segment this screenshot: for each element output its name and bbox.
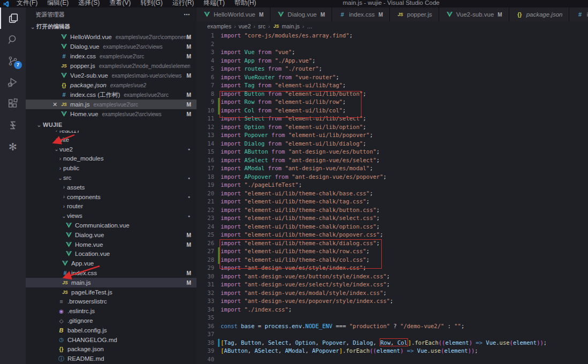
open-editor-item[interactable]: HelloWorld.vueexamples\vue2\src\componen… xyxy=(26,32,197,42)
item-name: src xyxy=(63,175,71,181)
code-text: [Tag, Button, Select, Option, Popover, D… xyxy=(218,339,547,347)
open-editor-item[interactable]: Dialog.vueexamples\vue2\src\viewsM xyxy=(26,42,197,51)
tree-file-item[interactable]: ◷CHANGELOG.md xyxy=(26,335,197,345)
breadcrumb-segment[interactable]: examples xyxy=(207,23,231,29)
code-line: 7import Tag from "element-ui/lib/tag"; xyxy=(197,81,588,90)
editor-tab[interactable]: {}package.json xyxy=(509,7,570,21)
line-number: 31 xyxy=(197,280,218,289)
extensions-icon[interactable] xyxy=(0,93,26,115)
more-actions-icon[interactable]: ⋯ xyxy=(184,11,190,18)
tree-file-item[interactable]: Home.vueM xyxy=(26,240,197,249)
chevron-down-icon: ⌄ xyxy=(29,24,36,31)
tree-file-item[interactable]: JSmain.jsM xyxy=(26,278,197,287)
code-text: import "element-ui/lib/theme-chalk/selec… xyxy=(218,214,380,223)
tree-file-item[interactable]: Dialog.vueM xyxy=(26,230,197,240)
tab-modified-badge: M xyxy=(379,12,383,18)
breadcrumb-segment[interactable]: vue2 xyxy=(238,23,251,29)
tree-folder-item[interactable]: ›react17 xyxy=(26,131,197,135)
tree-file-item[interactable]: #index.cssM xyxy=(26,268,197,278)
tree-file-item[interactable]: Bbabel.config.js xyxy=(26,325,197,335)
editor-tab[interactable]: JSpopper.js xyxy=(390,7,439,21)
tree-file-item[interactable]: App.vue xyxy=(26,259,197,268)
code-text: import Row from "element-ui/lib/row"; xyxy=(218,98,346,107)
tree-folder-item[interactable]: ›node_modules xyxy=(26,154,197,164)
code-text: import "ant-design-vue/es/popover/style/… xyxy=(218,297,393,306)
vue-file-icon xyxy=(65,240,73,248)
code-text: import Vue from "vue"; xyxy=(218,48,295,57)
code-line: 20import "element-ui/lib/theme-chalk/bas… xyxy=(197,189,588,198)
open-editor-item[interactable]: ✕JSmain.jsexamples\vue2\srcM xyxy=(26,100,197,109)
tree-folder-item[interactable]: ›assets xyxy=(26,183,197,192)
menu-item[interactable]: 运行(R) xyxy=(168,0,199,7)
tree-folder-item[interactable]: ⌄vue2● xyxy=(26,145,197,154)
modified-badge: M xyxy=(186,101,191,108)
tree-file-item[interactable]: {}package.json xyxy=(26,345,197,354)
open-editor-item[interactable]: Vue2-sub.vueexamples\main-vue\src\viewsM xyxy=(26,71,197,80)
tab-modified-badge: M xyxy=(497,12,502,18)
menu-item[interactable]: 文件(F) xyxy=(12,0,42,7)
tree-file-item[interactable]: ≡.browserslistrc xyxy=(26,297,197,307)
code-text: import AButton from "ant-design-vue/es/b… xyxy=(218,148,380,156)
breadcrumb-segment[interactable]: src xyxy=(258,23,266,29)
tree-folder-item[interactable]: ⌄src● xyxy=(26,173,197,183)
item-name: main.js xyxy=(71,279,91,286)
editor-tab[interactable]: HelloWorld.vueM xyxy=(197,7,270,21)
menu-item[interactable]: 编辑(E) xyxy=(42,0,73,7)
menu-item[interactable]: 选择(S) xyxy=(73,0,104,7)
close-icon[interactable]: ✕ xyxy=(52,101,57,108)
open-editors-header[interactable]: ⌄ 打开的编辑器 xyxy=(26,21,197,32)
breadcrumb-symbol[interactable]: … xyxy=(307,23,313,29)
vue-file-icon xyxy=(60,33,68,41)
source-control-icon[interactable]: 7 xyxy=(0,50,26,72)
open-editor-item[interactable]: #index.css (工作树)examples\vue2\srcM xyxy=(26,90,197,100)
code-text: import Dialog from "element-ui/lib/dialo… xyxy=(218,140,366,148)
s-brackets-extension-icon[interactable] xyxy=(0,115,26,136)
code-text: import routes from "./router"; xyxy=(218,65,322,73)
code-line: 26import "element-ui/lib/theme-chalk/dia… xyxy=(197,239,588,248)
explorer-icon[interactable] xyxy=(0,7,26,29)
json-file-icon: {} xyxy=(60,81,68,89)
search-icon[interactable] xyxy=(0,29,26,50)
open-editor-item[interactable]: {}package.jsonexamples\vue2 xyxy=(26,80,197,90)
open-editor-item[interactable]: JSpopper.jsexamples\vue2\node_modules\el… xyxy=(26,61,197,71)
editor-tab[interactable]: #index.cssM xyxy=(332,7,390,21)
window-title: main.js - wujie - Visual Studio Code xyxy=(343,0,440,7)
tree-file-item[interactable]: JSpageLifeTest.js xyxy=(26,287,197,297)
code-viewport[interactable]: 1import "core-js/modules/es.array.find";… xyxy=(197,31,588,364)
file-path: examples\vue2\src xyxy=(93,102,138,108)
menu-item[interactable]: 终端(T) xyxy=(199,0,229,7)
line-number: 11 xyxy=(197,115,218,123)
menu-item[interactable]: 转到(G) xyxy=(135,0,167,7)
run-debug-icon[interactable] xyxy=(0,72,26,93)
project-root-header[interactable]: ⌄ WUJIE xyxy=(26,119,197,131)
tree-folder-item[interactable]: ›components● xyxy=(26,192,197,202)
tree-file-item[interactable]: ◇.gitignore xyxy=(26,316,197,325)
tree-folder-item[interactable]: ⌄views● xyxy=(26,211,197,221)
tree-folder-item[interactable]: ›vite xyxy=(26,135,197,145)
code-line: 40 xyxy=(197,355,588,364)
tree-file-item[interactable]: Location.vue xyxy=(26,249,197,259)
tree-file-item[interactable]: ◉.eslintrc.js xyxy=(26,306,197,316)
tree-file-item[interactable]: ⓘREADME.md xyxy=(26,354,197,363)
editor-tab[interactable]: Vue2-sub.vueM xyxy=(439,7,509,21)
editor-tab[interactable]: Dialog.vueM xyxy=(270,7,332,21)
menu-item[interactable]: 查看(V) xyxy=(104,0,135,7)
breadcrumb-file[interactable]: main.js xyxy=(282,23,299,29)
open-editor-item[interactable]: Home.vueexamples\vue2\src\viewsM xyxy=(26,109,197,119)
line-number: 16 xyxy=(197,156,218,165)
open-editor-item[interactable]: #index.cssexamples\vue2\srcM xyxy=(26,51,197,61)
menu-item[interactable]: 帮助(H) xyxy=(230,0,261,7)
line-number: 2 xyxy=(197,40,218,49)
tree-file-item[interactable]: Communication.vue xyxy=(26,221,197,230)
tree-folder-item[interactable]: ›public xyxy=(26,163,197,173)
file-path: examples\vue2\src\components xyxy=(116,34,191,40)
tree-folder-item[interactable]: ›router xyxy=(26,202,197,211)
vue-file-icon xyxy=(446,11,454,19)
file-path: examples\vue2\src\views xyxy=(102,111,161,117)
editor-tab[interactable]: #index xyxy=(569,7,588,21)
vue-file-icon xyxy=(60,43,68,51)
modified-badge: M xyxy=(186,92,191,98)
openai-extension-icon[interactable]: ✻ xyxy=(0,136,26,157)
js-file-icon: JS xyxy=(60,62,68,70)
css-file-icon: # xyxy=(60,52,68,60)
